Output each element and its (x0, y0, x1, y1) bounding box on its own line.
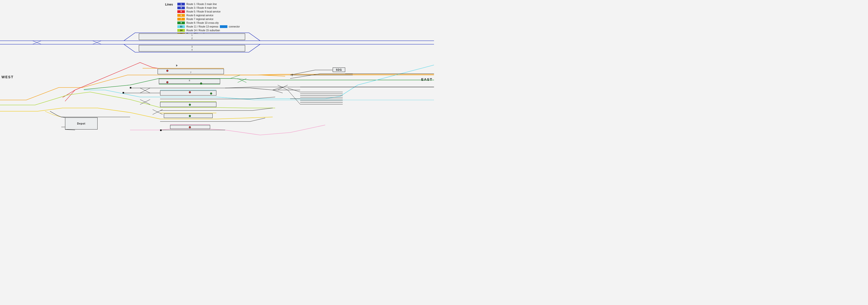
platform-island-8: 8 (159, 79, 220, 84)
track-line (140, 63, 158, 68)
platform-island-3-4: 3 4 (139, 45, 245, 52)
track-line (290, 74, 353, 78)
signal-icon (189, 115, 191, 117)
signal-icon (210, 93, 212, 95)
track-line (273, 87, 283, 90)
track-line (160, 87, 434, 88)
track-line (225, 108, 273, 110)
track-line (273, 90, 283, 93)
track-line (288, 90, 300, 104)
signal-icon (189, 91, 191, 93)
signal-icon (189, 126, 191, 128)
siding-box: SDG (333, 68, 345, 72)
depot-label: Depot (77, 122, 85, 125)
track-line (216, 97, 434, 100)
dot-marker (176, 65, 177, 66)
track-line (0, 108, 273, 119)
signal-icon (189, 104, 191, 106)
platform-island-c (160, 91, 216, 96)
track-diagram-canvas: Lines 1Route 1 / Route 2 main line3Route… (0, 0, 434, 152)
buffer-stop-icon (160, 130, 162, 131)
signal-icon (166, 81, 168, 83)
platform-number-1: 1 (191, 34, 193, 36)
track-line (63, 63, 140, 98)
siding-box-label: SDG (336, 68, 342, 71)
platform-island-d (160, 102, 216, 107)
platform-number-2: 2 (191, 37, 193, 39)
signal-icon (166, 70, 168, 72)
track-line (65, 90, 75, 101)
track-line (84, 65, 434, 99)
signal-icon (200, 82, 202, 84)
track-svg (0, 0, 434, 152)
buffer-stop-icon (130, 87, 131, 89)
platform-island-e (164, 113, 213, 118)
platform-number-4: 4 (191, 48, 193, 51)
platform-island-1-2: 1 2 (139, 34, 245, 40)
buffer-stop-icon (123, 92, 124, 94)
platform-number-3: 3 (191, 45, 193, 48)
depot-building: Depot (65, 117, 98, 130)
platform-number-8: 8 (189, 79, 190, 82)
track-line (65, 130, 75, 130)
track-line (130, 125, 325, 135)
track-line (220, 75, 240, 78)
platform-number-7: 7 (190, 71, 191, 74)
